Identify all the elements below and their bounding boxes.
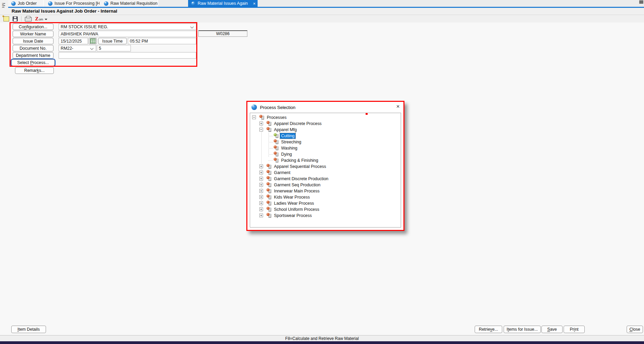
tree-item-garment-discrete-production[interactable]: +Garment Discrete Production — [252, 176, 401, 182]
tree-item-label[interactable]: Garment — [273, 170, 291, 175]
select-process-button[interactable]: Select Process... — [11, 59, 55, 66]
expand-icon[interactable]: + — [259, 165, 263, 168]
tree-item-label[interactable]: Apparel Mfg — [273, 127, 298, 132]
tab-close-icon[interactable]: × — [253, 1, 256, 6]
tree-item-garment[interactable]: +Garment — [252, 170, 401, 176]
tree-item-cutting[interactable]: Cutting — [252, 133, 401, 139]
expand-icon[interactable]: + — [259, 195, 263, 199]
tab-4[interactable]: Raw Material Issues Again...× — [188, 0, 258, 7]
department-name-input[interactable] — [59, 52, 196, 59]
expand-icon[interactable]: + — [259, 207, 263, 211]
save-toolbar-button[interactable] — [13, 16, 18, 21]
zoom-dropdown-button[interactable]: Z om — [35, 16, 47, 22]
tree-item-ladies-wear-process[interactable]: +Ladies Wear Process — [252, 200, 401, 206]
tree-guide — [259, 151, 266, 157]
tree-item-packing-finishing[interactable]: Packing & Finishing — [252, 157, 401, 163]
process-node-icon — [266, 194, 272, 200]
tree-item-label[interactable]: Apparel Discrete Process — [273, 121, 323, 126]
tree-guide — [252, 157, 259, 163]
tree-item-label[interactable]: Processes — [266, 115, 288, 120]
tree-item-label[interactable]: Washing — [280, 145, 298, 151]
calendar-icon — [90, 38, 96, 44]
close-button[interactable]: Close — [627, 326, 643, 333]
tab-2[interactable]: Issue For Processing [Hea... — [45, 0, 100, 7]
issue-date-input[interactable]: 15/12/2025 — [59, 38, 88, 44]
tree-item-dying[interactable]: Dying — [252, 151, 401, 157]
annotation-red-dot — [366, 113, 368, 115]
tree-item-label[interactable]: School Uniform Process — [273, 207, 320, 212]
document-serial-input[interactable]: 5 — [97, 45, 131, 51]
status-bar: F8=Calculate and Retrieve Raw Material — [0, 335, 644, 341]
chevron-down-icon[interactable] — [190, 25, 194, 29]
printer-icon — [25, 17, 32, 21]
tree-connector — [266, 133, 274, 139]
tree-connector: + — [259, 170, 266, 176]
dialog-title-bar[interactable]: Process Selection — [247, 102, 403, 113]
retrieve-button[interactable]: Retrieve... — [475, 326, 502, 333]
print-toolbar-button[interactable] — [25, 16, 32, 21]
app-icon — [11, 1, 16, 6]
tree-item-label[interactable]: Ladies Wear Process — [273, 201, 315, 206]
collapse-icon[interactable]: − — [252, 115, 256, 119]
tree-item-washing[interactable]: Washing — [252, 145, 401, 151]
new-document-button[interactable] — [3, 16, 9, 21]
tree-connector: + — [259, 182, 266, 188]
tree-item-label[interactable]: Cutting — [280, 133, 295, 139]
tree-item-school-uniform-process[interactable]: +School Uniform Process — [252, 206, 401, 213]
tree-item-label[interactable]: Apparel Sequential Process — [273, 164, 327, 169]
process-node-icon — [274, 158, 279, 163]
process-node-icon — [274, 152, 279, 157]
tree-item-innerwear-main-process[interactable]: +Innerwear Main Process — [252, 188, 401, 194]
expand-icon[interactable]: + — [259, 189, 263, 193]
expand-icon[interactable]: + — [259, 177, 263, 181]
tree-item-label[interactable]: Innerwear Main Process — [273, 188, 321, 194]
date-picker-button[interactable] — [89, 38, 97, 44]
tree-item-garment-seq-production[interactable]: +Garment Seq Production — [252, 182, 401, 188]
configuration-select[interactable]: RM STOCK ISSUE REG. — [59, 24, 196, 30]
tree-item-streeching[interactable]: Streeching — [252, 139, 401, 145]
tree-guide — [252, 182, 259, 188]
print-button[interactable]: Print — [564, 326, 585, 333]
tree-item-apparel-mfg[interactable]: −Apparel Mfg — [252, 127, 401, 133]
process-node-icon — [266, 170, 272, 175]
issue-time-input[interactable]: 05:52 PM — [128, 38, 196, 44]
tree-item-label[interactable]: Kids Wear Process — [273, 194, 311, 200]
app-icon — [104, 1, 108, 6]
tab-3[interactable]: Raw Material Requisition ... — [101, 0, 158, 7]
document-prefix-select[interactable]: RM22- — [59, 45, 96, 51]
tab-1[interactable]: Job Order — [8, 0, 44, 7]
tree-guide — [252, 188, 259, 194]
save-button[interactable]: Save — [541, 326, 563, 333]
configuration-button[interactable]: Configuration... — [13, 24, 53, 30]
collapse-icon[interactable]: − — [259, 128, 263, 131]
tree-item-sportswear-process[interactable]: +Sportswear Process — [252, 213, 401, 219]
tree-guide — [252, 170, 259, 176]
items-for-issue-button[interactable]: Items for Issue... — [504, 326, 541, 333]
tree-item-apparel-discrete-process[interactable]: +Apparel Discrete Process — [252, 121, 401, 127]
expand-icon[interactable]: + — [259, 183, 263, 187]
remarks-button[interactable]: Remarks... — [15, 67, 54, 74]
tree-item-processes[interactable]: −Processes — [252, 114, 401, 121]
worker-name-label: Worker Name — [13, 31, 53, 37]
process-node-icon — [266, 176, 272, 182]
close-icon[interactable]: × — [396, 104, 400, 109]
expand-icon[interactable]: + — [259, 214, 263, 217]
expand-icon[interactable]: + — [259, 171, 263, 174]
tree-item-label[interactable]: Packing & Finishing — [280, 158, 319, 163]
expand-icon[interactable]: + — [259, 122, 263, 125]
tree-item-apparel-sequential-process[interactable]: +Apparel Sequential Process — [252, 163, 401, 170]
item-details-button[interactable]: Item Details — [11, 326, 46, 333]
expand-icon[interactable]: + — [259, 201, 263, 205]
worker-name-input[interactable]: ABHISHEK PAHWA — [59, 31, 196, 37]
tree-item-label[interactable]: Streeching — [280, 139, 302, 145]
tree-item-label[interactable]: Garment Seq Production — [273, 182, 321, 188]
process-tree[interactable]: −Processes+Apparel Discrete Process−Appa… — [250, 113, 401, 228]
tree-item-label[interactable]: Sportswear Process — [273, 213, 313, 218]
tree-item-kids-wear-process[interactable]: +Kids Wear Process — [252, 194, 401, 200]
chevron-down-icon[interactable] — [90, 47, 94, 50]
tree-guide — [259, 145, 266, 151]
tab-overflow-button[interactable] — [639, 0, 643, 4]
process-selection-dialog: Process Selection × −Processes+Apparel D… — [246, 101, 404, 231]
tree-item-label[interactable]: Garment Discrete Production — [273, 176, 329, 182]
tree-item-label[interactable]: Dying — [280, 152, 293, 157]
